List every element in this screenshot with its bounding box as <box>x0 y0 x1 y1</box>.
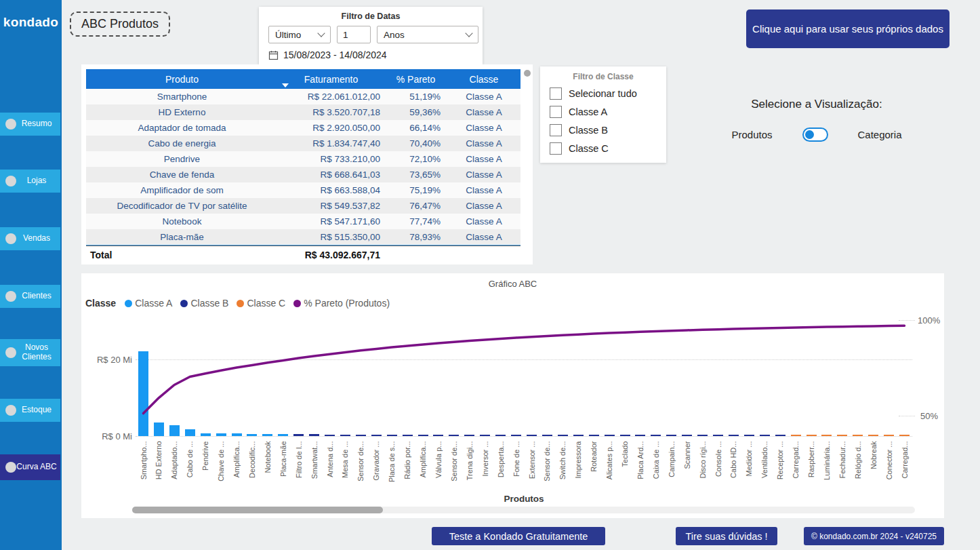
chart-bar-smartwat[interactable] <box>309 434 319 436</box>
chart-bar-radio-por[interactable] <box>403 435 413 436</box>
questions-button[interactable]: Tire suas dúvidas ! <box>676 527 777 545</box>
sidebar-item-novos-clientes[interactable]: Novos Clientes <box>0 339 60 366</box>
use-own-data-button[interactable]: Clique aqui para usar seus próprios dado… <box>746 9 950 48</box>
chart-bar-impressora[interactable] <box>573 435 584 436</box>
chart-bar-luminaria[interactable] <box>821 435 832 436</box>
abc-table-panel: Produto Faturamento % Pareto Classe Smar… <box>81 64 533 264</box>
table-row[interactable]: PendriveR$ 733.210,0072,10%Classe A <box>86 151 520 167</box>
chart-bar-raspberr[interactable] <box>807 435 817 436</box>
chart-hscrollbar-track[interactable] <box>132 507 915 513</box>
chart-bar-ventilado[interactable] <box>760 435 770 436</box>
class-filter-option-classe-b[interactable]: Classe B <box>550 123 666 136</box>
period-unit-select[interactable]: Anos <box>377 26 478 43</box>
chart-hscrollbar-thumb[interactable] <box>132 507 383 513</box>
sidebar-item-lojas[interactable]: Lojas <box>0 170 60 193</box>
viz-toggle[interactable] <box>802 127 828 142</box>
chart-bar-filtro-de-l[interactable] <box>293 434 304 436</box>
chart-bar-pendrive[interactable] <box>201 433 211 436</box>
chart-bar-hd-externo[interactable] <box>154 423 164 436</box>
table-row[interactable]: Amplificador de somR$ 663.588,0475,19%Cl… <box>86 182 520 198</box>
chart-bar-mesa-de[interactable] <box>340 435 350 436</box>
chart-bar-amplifica[interactable] <box>418 435 428 436</box>
x-tick-label: Rádio por... <box>403 441 412 493</box>
chart-bar-caixa-de[interactable] <box>651 435 661 436</box>
table-row[interactable]: Cabo de energiaR$ 1.834.747,4070,40%Clas… <box>86 136 520 151</box>
chart-bar-cabo-hd[interactable] <box>729 435 739 436</box>
chart-bar-adaptado[interactable] <box>169 425 180 437</box>
chart-bar-nobreak[interactable] <box>868 435 878 436</box>
chart-bar-fone-de[interactable] <box>511 435 521 436</box>
chart-bar-disco-rigi[interactable] <box>697 435 708 436</box>
checkbox-icon[interactable] <box>550 106 562 118</box>
chart-bar-placa-mae[interactable] <box>278 434 288 436</box>
checkbox-icon[interactable] <box>550 87 562 100</box>
chart-bar-carregad[interactable] <box>899 435 910 436</box>
column-header-pareto[interactable]: % Pareto <box>384 69 447 89</box>
chart-bar-gravador[interactable] <box>371 435 382 436</box>
chart-bar-scanner[interactable] <box>682 435 692 436</box>
chart-bar-teclado[interactable] <box>620 435 630 436</box>
relative-period-select[interactable]: Último <box>268 26 331 43</box>
chart-bar-amplifica[interactable] <box>232 433 242 436</box>
x-tick-label: Raspberr... <box>807 441 816 493</box>
table-row[interactable]: NotebookR$ 547.171,6077,74%Classe A <box>86 214 520 229</box>
chart-bar-campain[interactable] <box>666 435 676 436</box>
chart-bar-medidor[interactable] <box>744 435 754 436</box>
chart-bar-extensor[interactable] <box>527 435 537 436</box>
table-row[interactable]: Chave de fendaR$ 668.641,0373,65%Classe … <box>86 167 520 182</box>
calendar-icon <box>268 50 279 60</box>
table-cell: Classe A <box>447 201 520 211</box>
sidebar-item-resumo[interactable]: Resumo <box>0 113 60 136</box>
chart-bar-chave-de[interactable] <box>216 433 226 436</box>
chart-bar-switch-de[interactable] <box>558 435 568 436</box>
column-header-classe[interactable]: Classe <box>447 69 520 89</box>
abc-products-dashboard: kondado ResumoLojasVendasClientesNovos C… <box>0 0 980 550</box>
chart-bar-desperta[interactable] <box>495 435 506 436</box>
chart-bar-trena-digi[interactable] <box>464 435 474 436</box>
table-scrollbar-thumb[interactable] <box>524 70 531 77</box>
chart-bar-carregad[interactable] <box>791 435 801 436</box>
table-cell: R$ 2.920.050,00 <box>278 123 384 133</box>
class-filter-option-selecionar-tudo[interactable]: Selecionar tudo <box>550 87 666 100</box>
checkbox-icon[interactable] <box>550 124 562 136</box>
x-tick-label: Ventilado... <box>760 441 769 493</box>
table-row[interactable]: Adaptador de tomadaR$ 2.920.050,0066,14%… <box>86 120 520 136</box>
chart-bar-inversor[interactable] <box>480 435 490 436</box>
chart-bar-console[interactable] <box>713 435 723 436</box>
chart-bar-relogio-d[interactable] <box>853 435 863 436</box>
copyright-badge[interactable]: © kondado.com.br 2024 - v240725 <box>804 527 944 545</box>
sidebar-item-label: Vendas <box>23 234 50 243</box>
table-row[interactable]: SmartphoneR$ 22.061.012,0051,19%Classe A <box>86 89 520 104</box>
free-trial-button[interactable]: Teste a Kondado Gratuitamente <box>432 527 605 545</box>
chart-bar-antena-d[interactable] <box>325 435 335 437</box>
column-header-faturamento[interactable]: Faturamento <box>278 69 384 89</box>
chart-bar-alicates-p[interactable] <box>605 435 615 436</box>
chart-bar-decodific[interactable] <box>247 434 257 436</box>
sidebar-item-estoque[interactable]: Estoque <box>0 399 60 422</box>
chart-bar-conector[interactable] <box>884 435 894 436</box>
table-row[interactable]: Decodificador de TV por satéliteR$ 549.5… <box>86 198 520 214</box>
column-header-produto[interactable]: Produto <box>86 69 278 89</box>
chart-bar-valvula-p[interactable] <box>433 435 443 436</box>
chart-bar-placa-de-s[interactable] <box>387 435 397 436</box>
sidebar-item-vendas[interactable]: Vendas <box>0 227 60 250</box>
chart-bar-sensor-de[interactable] <box>356 435 366 436</box>
table-row[interactable]: HD ExternoR$ 3.520.707,1859,36%Classe A <box>86 104 520 120</box>
chart-bar-smartpho[interactable] <box>138 351 148 436</box>
chart-bar-receptor[interactable] <box>775 435 785 436</box>
chart-bar-sensor-de[interactable] <box>449 435 459 436</box>
table-cell: Classe A <box>447 154 520 164</box>
chart-bar-notebook[interactable] <box>262 434 272 436</box>
chart-bar-sensor-de[interactable] <box>542 435 552 436</box>
chart-bar-cabo-de[interactable] <box>185 429 195 436</box>
table-row[interactable]: Placa-mãeR$ 515.350,0078,93%Classe A <box>86 229 520 245</box>
class-filter-option-classe-a[interactable]: Classe A <box>550 105 666 118</box>
sidebar-item-clientes[interactable]: Clientes <box>0 285 60 308</box>
class-filter-option-classe-c[interactable]: Classe C <box>550 142 666 155</box>
sidebar-item-curva-abc[interactable]: Curva ABC <box>0 454 60 480</box>
chart-bar-placa-ard[interactable] <box>635 435 645 436</box>
period-count-input[interactable] <box>337 26 371 43</box>
chart-bar-roteador[interactable] <box>589 435 599 436</box>
checkbox-icon[interactable] <box>550 142 562 155</box>
chart-bar-fechadur[interactable] <box>837 435 847 436</box>
